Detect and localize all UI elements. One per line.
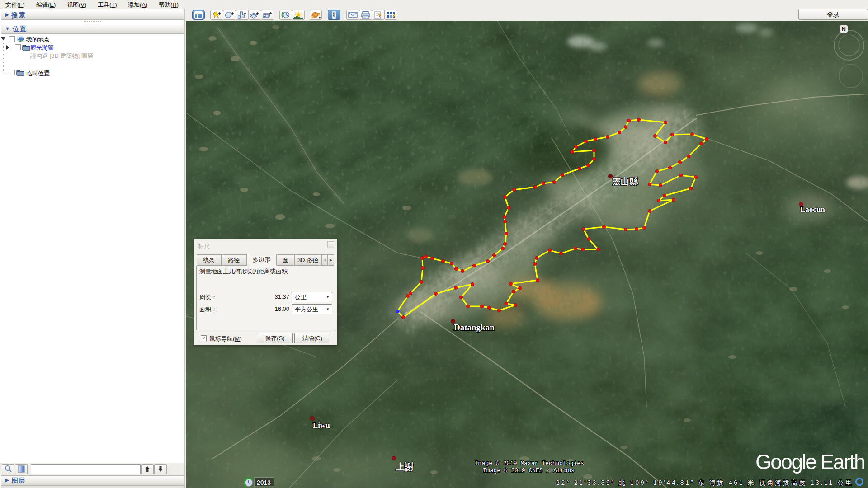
svg-text:N: N — [842, 26, 846, 33]
svg-text:Laocun: Laocun — [800, 205, 825, 214]
svg-text:靈山縣: 靈山縣 — [612, 177, 638, 186]
svg-text:Google Earth: Google Earth — [755, 450, 864, 474]
svg-text:Image © 2019 Maxar Technologie: Image © 2019 Maxar Technologies — [475, 460, 584, 467]
svg-text:Liwu: Liwu — [313, 421, 330, 430]
svg-text:Datangkan: Datangkan — [454, 323, 495, 332]
svg-text:2013: 2013 — [257, 479, 271, 486]
svg-text:上謝: 上謝 — [395, 462, 414, 472]
svg-text:Image © 2019 CNES / Airbus: Image © 2019 CNES / Airbus — [483, 467, 575, 474]
